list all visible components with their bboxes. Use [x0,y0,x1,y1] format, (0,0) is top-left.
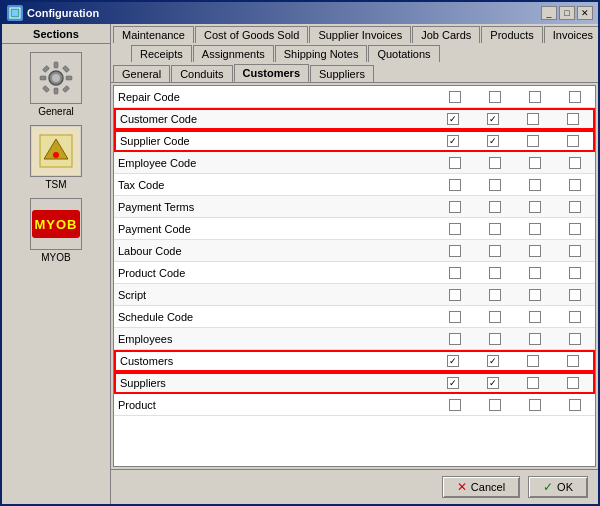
checkbox[interactable] [489,223,501,235]
checkbox[interactable] [487,377,499,389]
maximize-button[interactable]: □ [559,6,575,20]
checkbox-col0[interactable] [435,289,475,301]
checkbox[interactable] [489,399,501,411]
checkbox[interactable] [569,245,581,257]
checkbox[interactable] [489,179,501,191]
checkbox-col2[interactable] [515,399,555,411]
checkbox-col0[interactable] [435,91,475,103]
tab-customers[interactable]: Customers [234,64,309,82]
sidebar-item-general[interactable]: General [14,52,99,117]
checkbox[interactable] [449,267,461,279]
tab-quotations[interactable]: Quotations [368,45,439,62]
checkbox-col1[interactable] [473,377,513,389]
checkbox[interactable] [449,201,461,213]
checkbox-col0[interactable] [435,179,475,191]
checkbox[interactable] [449,289,461,301]
checkbox-col3[interactable] [555,333,595,345]
checkbox-col0[interactable] [435,267,475,279]
checkbox[interactable] [447,113,459,125]
checkbox[interactable] [567,355,579,367]
checkbox-col1[interactable] [475,157,515,169]
checkbox-col1[interactable] [475,311,515,323]
checkbox-col3[interactable] [553,135,593,147]
checkbox-col3[interactable] [555,289,595,301]
checkbox[interactable] [569,91,581,103]
checkbox-col3[interactable] [555,201,595,213]
checkbox-col2[interactable] [515,245,555,257]
checkbox-col1[interactable] [475,179,515,191]
checkbox[interactable] [529,91,541,103]
checkbox-col0[interactable] [433,135,473,147]
checkbox[interactable] [569,311,581,323]
checkbox[interactable] [449,91,461,103]
checkbox[interactable] [569,399,581,411]
checkbox[interactable] [567,377,579,389]
checkbox[interactable] [527,377,539,389]
checkbox-col0[interactable] [435,333,475,345]
checkbox-col2[interactable] [513,113,553,125]
checkbox[interactable] [487,113,499,125]
checkbox-col3[interactable] [553,377,593,389]
checkbox[interactable] [529,333,541,345]
tab-supplier-invoices[interactable]: Supplier Invoices [309,26,411,43]
checkbox[interactable] [447,355,459,367]
checkbox[interactable] [489,289,501,301]
tab-suppliers[interactable]: Suppliers [310,65,374,82]
checkbox[interactable] [529,289,541,301]
sidebar-item-myob[interactable]: MYOB MYOB [14,198,99,263]
checkbox[interactable] [529,267,541,279]
checkbox-col0[interactable] [433,377,473,389]
checkbox-col2[interactable] [513,355,553,367]
checkbox-col0[interactable] [435,223,475,235]
checkbox-col2[interactable] [515,289,555,301]
tab-cogs[interactable]: Cost of Goods Sold [195,26,308,43]
checkbox[interactable] [529,245,541,257]
checkbox-col1[interactable] [475,267,515,279]
checkbox[interactable] [529,223,541,235]
checkbox-col0[interactable] [435,201,475,213]
checkbox-col3[interactable] [555,267,595,279]
checkbox[interactable] [489,311,501,323]
checkbox[interactable] [449,157,461,169]
checkbox[interactable] [529,201,541,213]
checkbox[interactable] [527,113,539,125]
checkbox[interactable] [447,377,459,389]
checkbox[interactable] [569,223,581,235]
checkbox-col2[interactable] [515,179,555,191]
checkbox[interactable] [449,223,461,235]
checkbox-col1[interactable] [475,201,515,213]
checkbox-col2[interactable] [515,201,555,213]
ok-button[interactable]: ✓ OK [528,476,588,498]
tab-job-cards[interactable]: Job Cards [412,26,480,43]
checkbox-col1[interactable] [473,113,513,125]
checkbox[interactable] [569,201,581,213]
cancel-button[interactable]: ✕ Cancel [442,476,520,498]
checkbox[interactable] [449,399,461,411]
checkbox-col2[interactable] [515,267,555,279]
checkbox[interactable] [449,311,461,323]
checkbox[interactable] [487,355,499,367]
checkbox-col1[interactable] [475,289,515,301]
checkbox-col1[interactable] [475,333,515,345]
tab-conduits[interactable]: Conduits [171,65,232,82]
checkbox[interactable] [489,91,501,103]
tab-receipts[interactable]: Receipts [131,45,192,62]
checkbox[interactable] [569,157,581,169]
checkbox-col3[interactable] [555,245,595,257]
checkbox-col2[interactable] [515,223,555,235]
sidebar-item-tsm[interactable]: TSM [14,125,99,190]
checkbox[interactable] [569,267,581,279]
checkbox[interactable] [569,289,581,301]
checkbox-col1[interactable] [473,135,513,147]
checkbox[interactable] [529,157,541,169]
checkbox-col3[interactable] [553,113,593,125]
checkbox[interactable] [489,267,501,279]
checkbox-col2[interactable] [515,333,555,345]
minimize-button[interactable]: _ [541,6,557,20]
checkbox-col0[interactable] [435,157,475,169]
checkbox-col3[interactable] [555,179,595,191]
checkbox[interactable] [529,311,541,323]
checkbox-col1[interactable] [475,91,515,103]
checkbox-col3[interactable] [553,355,593,367]
checkbox[interactable] [489,245,501,257]
